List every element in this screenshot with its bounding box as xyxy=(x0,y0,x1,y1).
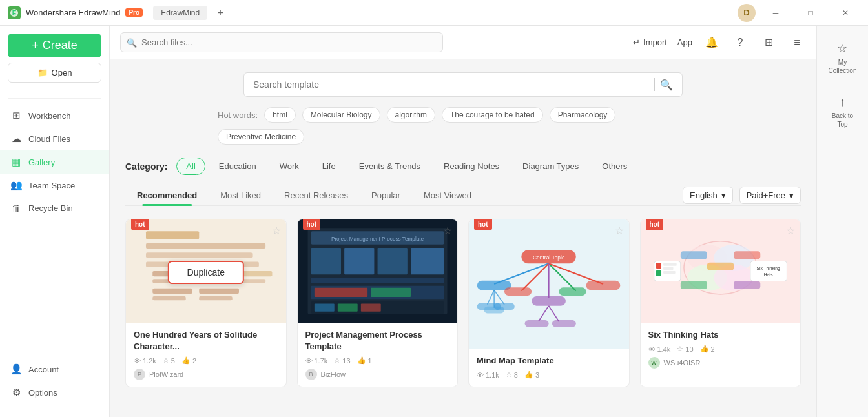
layout-button[interactable]: ⊞ xyxy=(760,34,778,52)
eye-icon: 👁 xyxy=(134,357,141,365)
my-collection-button[interactable]: ☆ MyCollection xyxy=(823,36,862,80)
sub-tab-recommended[interactable]: Recommended xyxy=(125,185,209,205)
star-icon: ☆ xyxy=(506,371,512,379)
card-author-1: P PlotWizard xyxy=(134,369,278,380)
category-tab-diagram[interactable]: Diagram Types xyxy=(513,158,588,175)
search-icon: 🔍 xyxy=(127,37,137,47)
sidebar-item-account[interactable]: 👤 Account xyxy=(0,358,109,381)
svg-rect-59 xyxy=(734,251,760,259)
like-count-3: 👍 3 xyxy=(524,371,539,379)
sidebar-divider xyxy=(8,98,101,99)
sub-tab-recent-releases[interactable]: Recent Releases xyxy=(273,185,360,205)
sidebar-item-workbench[interactable]: ⊞ Workbench xyxy=(0,104,109,127)
svg-line-34 xyxy=(522,263,549,290)
sub-tab-most-viewed[interactable]: Most Viewed xyxy=(412,185,483,205)
svg-rect-4 xyxy=(146,252,253,258)
svg-rect-28 xyxy=(315,303,335,311)
sidebar-item-label: Account xyxy=(28,365,59,374)
app-button[interactable]: App xyxy=(677,37,692,47)
maximize-button[interactable]: □ xyxy=(796,0,825,26)
card-thumbnail-2: hot Project Management Process Template xyxy=(298,219,458,323)
filter-select[interactable]: Paid+Free ▾ xyxy=(739,187,801,204)
sub-tab-popular[interactable]: Popular xyxy=(360,185,412,205)
template-card-4[interactable]: hot xyxy=(640,219,801,387)
notification-button[interactable]: 🔔 xyxy=(703,34,721,52)
svg-rect-14 xyxy=(239,271,272,276)
open-button[interactable]: 📁 Open xyxy=(8,63,101,83)
svg-rect-25 xyxy=(315,288,367,297)
hot-word-html[interactable]: html xyxy=(264,107,296,123)
svg-rect-13 xyxy=(199,296,232,300)
back-to-top-button[interactable]: ↑ Back toTop xyxy=(827,90,858,134)
category-tab-reading[interactable]: Reading Notes xyxy=(434,158,509,175)
card-info-2: Project Management Process Template 👁 1.… xyxy=(298,323,458,387)
hot-word-preventive[interactable]: Preventive Medicine xyxy=(218,129,304,145)
sidebar-item-team-space[interactable]: 👥 Team Space xyxy=(0,174,109,197)
category-tab-work[interactable]: Work xyxy=(270,158,309,175)
hot-word-algorithm[interactable]: algorithm xyxy=(387,107,435,123)
sub-tab-most-liked[interactable]: Most Liked xyxy=(209,185,273,205)
filter-value: Paid+Free xyxy=(747,190,785,200)
category-tab-life[interactable]: Life xyxy=(313,158,346,175)
svg-rect-10 xyxy=(152,289,192,294)
close-button[interactable]: ✕ xyxy=(831,0,860,26)
template-card-2[interactable]: hot Project Management Process Template xyxy=(297,219,459,387)
sidebar-item-label: Workbench xyxy=(28,111,71,121)
import-button[interactable]: ↵ Import xyxy=(633,37,667,47)
sidebar-item-gallery[interactable]: ▦ Gallery xyxy=(0,150,109,174)
hot-word-courage[interactable]: The courage to be hated xyxy=(442,107,543,123)
card-title-1: One Hundred Years of Solitude Character.… xyxy=(134,329,278,352)
template-card-3[interactable]: hot Central Topic xyxy=(468,219,630,387)
favorite-button-2[interactable]: ☆ xyxy=(443,225,452,237)
card-thumbnail-1: hot xyxy=(126,219,286,323)
thumb-svg-2: Project Management Process Template xyxy=(302,225,453,318)
chevron-down-icon: ▾ xyxy=(721,190,726,200)
like-icon: 👍 xyxy=(181,356,191,365)
svg-line-50 xyxy=(549,306,559,321)
sidebar-item-recycle-bin[interactable]: 🗑 Recycle Bin xyxy=(0,197,109,219)
duplicate-overlay[interactable]: Duplicate xyxy=(168,261,244,284)
new-tab-button[interactable]: + xyxy=(212,5,228,21)
options-icon: ⚙ xyxy=(10,387,22,398)
svg-rect-12 xyxy=(199,289,239,294)
import-label: Import xyxy=(643,37,667,47)
svg-rect-3 xyxy=(146,243,265,249)
favorite-button-3[interactable]: ☆ xyxy=(615,225,624,237)
template-search-button[interactable]: 🔍 xyxy=(660,79,673,91)
app-tab[interactable]: EdrawMind xyxy=(153,6,207,20)
template-card-1[interactable]: hot xyxy=(125,219,287,387)
back-top-label: Back toTop xyxy=(832,112,853,128)
more-button[interactable]: ≡ xyxy=(788,34,806,52)
help-button[interactable]: ? xyxy=(731,34,749,52)
svg-rect-11 xyxy=(152,296,185,300)
svg-line-35 xyxy=(549,263,576,290)
sidebar-item-label: Cloud Files xyxy=(28,134,70,144)
hot-word-pharmacology[interactable]: Pharmacology xyxy=(550,107,616,123)
sidebar-item-cloud-files[interactable]: ☁ Cloud Files xyxy=(0,127,109,150)
scrollable-content: 🔍 Hot words: html Molecular Biology algo… xyxy=(110,59,816,417)
thumb-svg-3: Central Topic xyxy=(473,223,625,345)
sidebar-item-label: Recycle Bin xyxy=(28,203,73,213)
user-avatar: D xyxy=(738,4,756,22)
favorite-button-1[interactable]: ☆ xyxy=(272,225,281,237)
app-logo: E xyxy=(8,6,21,19)
thumb-svg-4: Six Thinking Hats xyxy=(645,225,796,318)
minimize-button[interactable]: ─ xyxy=(761,0,790,26)
card-meta-2: 👁 1.7k ☆ 13 👍 1 xyxy=(305,356,450,365)
category-tab-all[interactable]: All xyxy=(176,158,205,175)
template-search-bar: 🔍 xyxy=(243,72,683,97)
category-tab-events[interactable]: Events & Trends xyxy=(349,158,430,175)
sidebar-item-options[interactable]: ⚙ Options xyxy=(0,381,109,404)
favorite-button-4[interactable]: ☆ xyxy=(786,225,795,237)
category-tab-education[interactable]: Education xyxy=(209,158,266,175)
file-search-input[interactable] xyxy=(120,32,443,52)
svg-rect-48 xyxy=(494,303,515,310)
svg-rect-19 xyxy=(311,248,340,274)
create-button[interactable]: + Create xyxy=(8,34,101,57)
svg-rect-22 xyxy=(411,248,444,274)
view-count-4: 👁 1.4k xyxy=(648,345,671,353)
template-search-input[interactable] xyxy=(253,79,649,90)
language-select[interactable]: English ▾ xyxy=(683,187,733,204)
category-tab-others[interactable]: Others xyxy=(592,158,637,175)
hot-word-molecular-biology[interactable]: Molecular Biology xyxy=(302,107,380,123)
